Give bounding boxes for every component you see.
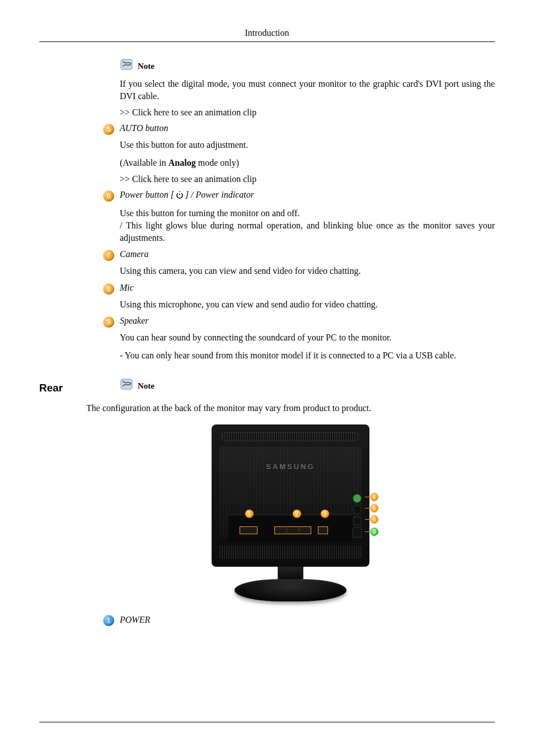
item-7-head: Camera xyxy=(120,249,149,259)
port-usb xyxy=(318,526,328,534)
callout-1: 1 xyxy=(245,510,254,518)
item-9-body-2: - You can only hear sound from this moni… xyxy=(120,349,495,362)
bullet-8: 8 xyxy=(103,283,114,295)
item-9-head: Speaker xyxy=(120,316,149,325)
callout-3: 3 xyxy=(321,510,329,518)
analog-word: Analog xyxy=(168,158,196,167)
header-rule xyxy=(39,41,495,42)
bullet-9: 9 xyxy=(103,316,114,328)
side-port-6 xyxy=(353,516,362,525)
monitor-figure: SAMSUNG 1 2 3 4 5 xyxy=(86,424,495,601)
page-header-title: Introduction xyxy=(39,28,495,38)
item-6-head-pre: Power button [ xyxy=(120,190,174,199)
item-9: 9 Speaker xyxy=(103,316,495,326)
svg-rect-3 xyxy=(178,192,181,194)
page: Introduction Note If you select the digi… xyxy=(0,0,534,756)
item-7: 7 Camera xyxy=(103,249,495,259)
side-port-7 xyxy=(353,528,362,538)
rear-item-1: 1 POWER xyxy=(103,615,495,625)
item-8-head: Mic xyxy=(120,283,134,292)
port-power xyxy=(240,526,257,534)
content-column: Note If you select the digital mode, you… xyxy=(120,58,495,362)
monitor-bottom-strip xyxy=(219,545,362,559)
item-5-body-2-post: mode only) xyxy=(196,158,239,167)
callout-7: 3 xyxy=(370,528,378,536)
bullet-6: 6 xyxy=(103,190,114,202)
monitor-wrap: SAMSUNG 1 2 3 4 5 xyxy=(197,424,384,601)
item-5-body-2: (Available in Analog mode only) xyxy=(120,157,495,169)
item-5-head: AUTO button xyxy=(120,123,168,133)
note-block-top: Note xyxy=(120,58,495,71)
rear-heading: Rear xyxy=(39,382,90,394)
footer-rule xyxy=(39,722,495,722)
note-block-rear: Note xyxy=(120,377,495,391)
note-body-1: If you select the digital mode, you must… xyxy=(120,78,495,102)
item-6-head: Power button [] / Power indicator xyxy=(120,190,254,199)
animation-link-1[interactable]: >> Click here to see an animation clip xyxy=(120,108,495,118)
port-video-c xyxy=(299,526,311,534)
side-port-4 xyxy=(353,494,362,503)
port-video-b xyxy=(287,526,299,534)
item-9-body-1: You can hear sound by connecting the sou… xyxy=(120,332,495,344)
callout-4: 4 xyxy=(370,493,378,501)
bullet-5: 5 xyxy=(103,124,114,135)
item-5-body-1: Use this button for auto adjustment. xyxy=(120,139,495,151)
monitor-rear: SAMSUNG 1 2 3 4 5 xyxy=(212,424,369,567)
item-6-head-post: ] / Power indicator xyxy=(185,190,254,199)
callout-2: 2 xyxy=(293,510,301,518)
item-7-body: Using this camera, you can view and send… xyxy=(120,265,495,277)
item-6: 6 Power button [] / Power indicator xyxy=(103,190,495,202)
note-icon xyxy=(120,58,134,71)
monitor-stand-base xyxy=(235,579,346,601)
note-icon-rear xyxy=(120,377,134,391)
port-bay xyxy=(228,515,353,542)
item-8-body: Using this microphone, you can view and … xyxy=(120,298,495,311)
rear-bullet-1: 1 xyxy=(103,615,114,626)
item-8: 8 Mic xyxy=(103,283,495,293)
rear-right-col: Note xyxy=(90,367,495,398)
rear-heading-col: Rear xyxy=(39,367,90,394)
rear-item-1-head: POWER xyxy=(120,615,150,624)
monitor-brand: SAMSUNG xyxy=(212,463,369,471)
item-6-body: Use this button for turning the monitor … xyxy=(120,207,495,244)
callout-6: 6 xyxy=(370,515,378,524)
animation-link-2[interactable]: >> Click here to see an animation clip xyxy=(120,174,495,184)
callout-5: 5 xyxy=(370,504,378,512)
power-icon xyxy=(175,190,184,202)
note-label: Note xyxy=(138,62,154,71)
monitor-stand-neck xyxy=(278,567,303,579)
item-5: 5 AUTO button xyxy=(103,123,495,133)
bullet-7: 7 xyxy=(103,250,114,261)
rear-section-row: Rear Note xyxy=(39,367,495,398)
item-5-body-2-pre: (Available in xyxy=(120,158,168,167)
monitor-vent xyxy=(222,432,359,441)
rear-description: The configuration at the back of the mon… xyxy=(86,403,495,413)
port-video-a xyxy=(274,526,287,534)
note-label-rear: Note xyxy=(138,381,154,391)
side-port-5 xyxy=(353,505,362,514)
